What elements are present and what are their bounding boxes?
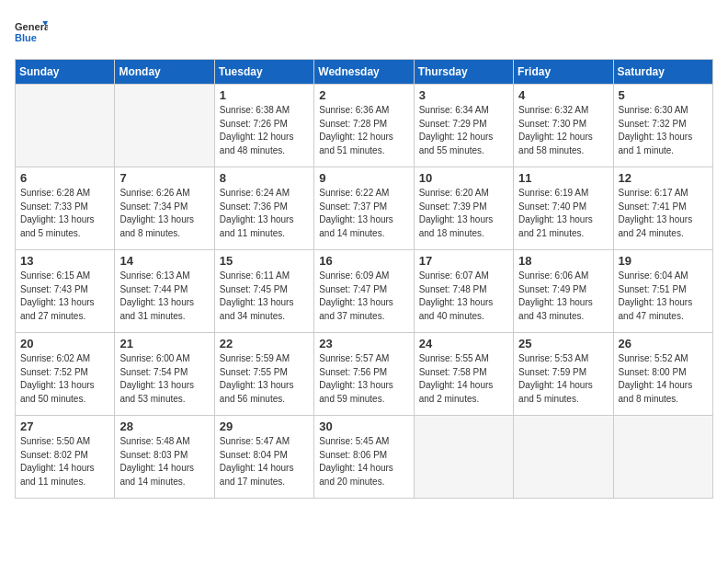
day-number: 9 [319,171,408,185]
day-info: Sunrise: 6:26 AM Sunset: 7:34 PM Dayligh… [119,187,209,240]
day-number: 27 [20,419,109,433]
calendar-week-row: 6Sunrise: 6:28 AM Sunset: 7:33 PM Daylig… [16,167,713,250]
calendar-week-row: 27Sunrise: 5:50 AM Sunset: 8:02 PM Dayli… [16,416,713,499]
day-number: 25 [518,337,608,350]
day-info: Sunrise: 5:47 AM Sunset: 8:04 PM Dayligh… [220,435,309,488]
calendar-day-cell: 26Sunrise: 5:52 AM Sunset: 8:00 PM Dayli… [613,333,712,416]
calendar-day-cell: 17Sunrise: 6:07 AM Sunset: 7:48 PM Dayli… [414,250,513,333]
calendar-day-cell: 1Sunrise: 6:38 AM Sunset: 7:26 PM Daylig… [214,85,313,167]
calendar-day-cell: 14Sunrise: 6:13 AM Sunset: 7:44 PM Dayli… [115,250,214,333]
calendar-day-cell: 9Sunrise: 6:22 AM Sunset: 7:37 PM Daylig… [314,167,414,250]
day-number: 12 [619,171,708,185]
calendar-day-cell: 29Sunrise: 5:47 AM Sunset: 8:04 PM Dayli… [214,416,313,499]
day-info: Sunrise: 6:19 AM Sunset: 7:40 PM Dayligh… [518,187,608,240]
calendar-day-cell: 11Sunrise: 6:19 AM Sunset: 7:40 PM Dayli… [514,167,613,250]
svg-text:General: General [15,21,48,32]
day-info: Sunrise: 6:17 AM Sunset: 7:41 PM Dayligh… [619,187,708,240]
day-number: 6 [20,171,109,185]
day-of-week-header: Wednesday [314,60,414,85]
calendar-week-row: 1Sunrise: 6:38 AM Sunset: 7:26 PM Daylig… [16,85,713,167]
logo: GeneralBlue [15,15,51,48]
day-number: 22 [220,337,309,350]
calendar-day-cell: 8Sunrise: 6:24 AM Sunset: 7:36 PM Daylig… [214,167,313,250]
day-number: 10 [419,171,508,185]
day-info: Sunrise: 5:59 AM Sunset: 7:55 PM Dayligh… [220,352,309,406]
day-info: Sunrise: 6:38 AM Sunset: 7:26 PM Dayligh… [220,104,309,157]
calendar-table: SundayMondayTuesdayWednesdayThursdayFrid… [15,59,713,499]
calendar-day-cell [414,416,513,499]
calendar-day-cell [514,416,613,499]
day-info: Sunrise: 6:07 AM Sunset: 7:48 PM Dayligh… [419,270,508,323]
day-info: Sunrise: 6:36 AM Sunset: 7:28 PM Dayligh… [319,104,408,157]
day-info: Sunrise: 6:09 AM Sunset: 7:47 PM Dayligh… [319,270,408,323]
day-number: 3 [419,88,508,102]
calendar-week-row: 20Sunrise: 6:02 AM Sunset: 7:52 PM Dayli… [16,333,713,416]
day-info: Sunrise: 6:00 AM Sunset: 7:54 PM Dayligh… [119,352,209,406]
calendar-day-cell: 27Sunrise: 5:50 AM Sunset: 8:02 PM Dayli… [16,416,115,499]
day-number: 26 [619,337,708,350]
day-number: 5 [619,88,708,102]
day-number: 4 [518,88,608,102]
day-info: Sunrise: 6:24 AM Sunset: 7:36 PM Dayligh… [220,187,309,240]
day-of-week-header: Monday [115,60,214,85]
day-info: Sunrise: 6:04 AM Sunset: 7:51 PM Dayligh… [619,270,708,323]
day-info: Sunrise: 6:13 AM Sunset: 7:44 PM Dayligh… [119,270,209,323]
calendar-day-cell: 21Sunrise: 6:00 AM Sunset: 7:54 PM Dayli… [115,333,214,416]
calendar-week-row: 13Sunrise: 6:15 AM Sunset: 7:43 PM Dayli… [16,250,713,333]
day-info: Sunrise: 5:50 AM Sunset: 8:02 PM Dayligh… [20,435,109,488]
day-number: 1 [220,88,309,102]
calendar-day-cell: 20Sunrise: 6:02 AM Sunset: 7:52 PM Dayli… [16,333,115,416]
calendar-day-cell: 23Sunrise: 5:57 AM Sunset: 7:56 PM Dayli… [314,333,414,416]
day-of-week-header: Saturday [613,60,712,85]
day-number: 20 [20,337,109,350]
day-number: 30 [319,419,408,433]
calendar-header-row: SundayMondayTuesdayWednesdayThursdayFrid… [16,60,713,85]
calendar-day-cell: 4Sunrise: 6:32 AM Sunset: 7:30 PM Daylig… [514,85,613,167]
calendar-day-cell: 3Sunrise: 6:34 AM Sunset: 7:29 PM Daylig… [414,85,513,167]
day-number: 14 [119,254,209,268]
calendar-day-cell: 18Sunrise: 6:06 AM Sunset: 7:49 PM Dayli… [514,250,613,333]
day-of-week-header: Friday [514,60,613,85]
calendar-day-cell: 28Sunrise: 5:48 AM Sunset: 8:03 PM Dayli… [115,416,214,499]
day-info: Sunrise: 5:48 AM Sunset: 8:03 PM Dayligh… [119,435,209,488]
svg-text:Blue: Blue [15,32,37,43]
day-number: 16 [319,254,408,268]
day-number: 24 [419,337,508,350]
calendar-day-cell: 15Sunrise: 6:11 AM Sunset: 7:45 PM Dayli… [214,250,313,333]
day-number: 7 [119,171,209,185]
day-number: 17 [419,254,508,268]
calendar-day-cell: 25Sunrise: 5:53 AM Sunset: 7:59 PM Dayli… [514,333,613,416]
day-info: Sunrise: 5:57 AM Sunset: 7:56 PM Dayligh… [319,352,408,406]
day-number: 15 [220,254,309,268]
day-info: Sunrise: 5:52 AM Sunset: 8:00 PM Dayligh… [619,352,708,406]
day-of-week-header: Thursday [414,60,513,85]
calendar-day-cell: 22Sunrise: 5:59 AM Sunset: 7:55 PM Dayli… [214,333,313,416]
calendar-day-cell [16,85,115,167]
calendar-day-cell: 6Sunrise: 6:28 AM Sunset: 7:33 PM Daylig… [16,167,115,250]
calendar-day-cell [115,85,214,167]
day-number: 18 [518,254,608,268]
day-number: 21 [119,337,209,350]
calendar-day-cell: 2Sunrise: 6:36 AM Sunset: 7:28 PM Daylig… [314,85,414,167]
day-of-week-header: Sunday [16,60,115,85]
day-number: 19 [619,254,708,268]
day-info: Sunrise: 6:20 AM Sunset: 7:39 PM Dayligh… [419,187,508,240]
logo-icon: GeneralBlue [15,15,48,48]
calendar-day-cell [613,416,712,499]
day-number: 8 [220,171,309,185]
day-number: 2 [319,88,408,102]
calendar-day-cell: 5Sunrise: 6:30 AM Sunset: 7:32 PM Daylig… [613,85,712,167]
day-number: 11 [518,171,608,185]
day-info: Sunrise: 6:06 AM Sunset: 7:49 PM Dayligh… [518,270,608,323]
calendar-day-cell: 13Sunrise: 6:15 AM Sunset: 7:43 PM Dayli… [16,250,115,333]
calendar-day-cell: 12Sunrise: 6:17 AM Sunset: 7:41 PM Dayli… [613,167,712,250]
day-info: Sunrise: 5:53 AM Sunset: 7:59 PM Dayligh… [518,352,608,406]
day-info: Sunrise: 6:28 AM Sunset: 7:33 PM Dayligh… [20,187,109,240]
day-info: Sunrise: 6:02 AM Sunset: 7:52 PM Dayligh… [20,352,109,406]
day-number: 13 [20,254,109,268]
calendar-day-cell: 10Sunrise: 6:20 AM Sunset: 7:39 PM Dayli… [414,167,513,250]
calendar-day-cell: 19Sunrise: 6:04 AM Sunset: 7:51 PM Dayli… [613,250,712,333]
day-info: Sunrise: 6:32 AM Sunset: 7:30 PM Dayligh… [518,104,608,157]
day-info: Sunrise: 6:34 AM Sunset: 7:29 PM Dayligh… [419,104,508,157]
calendar-day-cell: 7Sunrise: 6:26 AM Sunset: 7:34 PM Daylig… [115,167,214,250]
